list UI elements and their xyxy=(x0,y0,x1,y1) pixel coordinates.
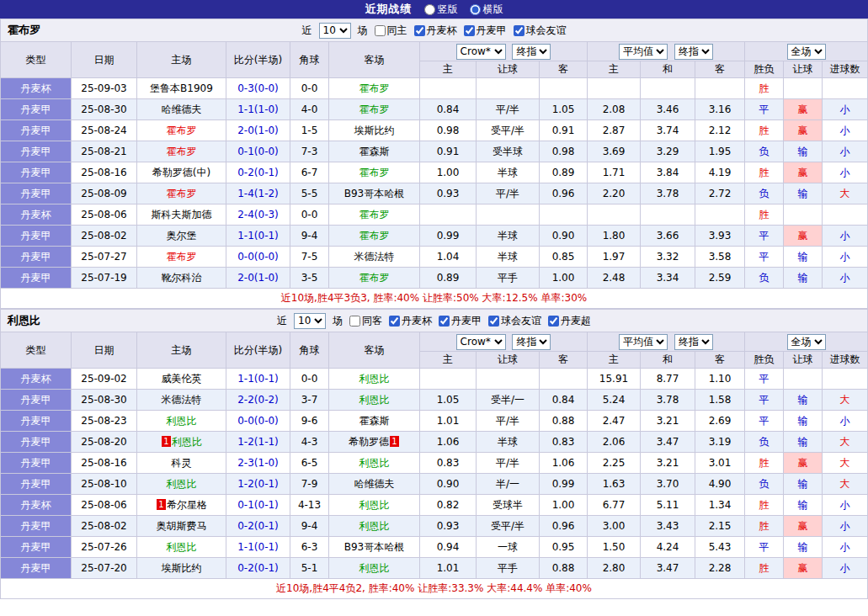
danish-super-checkbox[interactable] xyxy=(548,316,559,327)
danish-cup-checkbox[interactable] xyxy=(389,316,400,327)
team-name-text[interactable]: 霍布罗 xyxy=(359,230,390,242)
team-name-text[interactable]: 埃斯比约 xyxy=(354,125,395,136)
team-name-1: 霍布罗 xyxy=(8,23,40,38)
team-name-text[interactable]: 霍森斯 xyxy=(359,146,390,157)
corners-cell: 4-0 xyxy=(290,99,329,120)
filter-same-away[interactable]: 同客 xyxy=(349,314,382,328)
team-name-text[interactable]: 奥胡斯费马 xyxy=(157,520,207,532)
filter-danish-super[interactable]: 丹麦超 xyxy=(548,314,591,328)
odds-provider-select[interactable]: Crow* xyxy=(456,334,506,350)
radio-horizontal-layout[interactable]: 横版 xyxy=(470,3,503,17)
team-name-text[interactable]: 米德法特 xyxy=(162,394,202,406)
team-name-text[interactable]: B93哥本哈根 xyxy=(344,541,405,553)
team-name-text[interactable]: 希尔星格 xyxy=(167,499,207,511)
team-name-text[interactable]: 霍布罗 xyxy=(359,272,390,284)
sub-handicap-result: 让球 xyxy=(784,61,823,78)
team-name-text[interactable]: 利恩比 xyxy=(359,562,390,574)
team-name-text[interactable]: B93哥本哈根 xyxy=(344,188,405,199)
team-name-text[interactable]: 利恩比 xyxy=(167,541,197,553)
col-score: 比分(半场) xyxy=(226,332,290,369)
filter-club-friendly[interactable]: 球会友谊 xyxy=(488,314,541,328)
avg-stage-select[interactable]: 终指 xyxy=(674,334,713,350)
team-name-text[interactable]: 霍布罗 xyxy=(167,146,197,157)
filter-club-friendly[interactable]: 球会友谊 xyxy=(514,24,567,38)
filter-danish-cup[interactable]: 丹麦杯 xyxy=(389,314,432,328)
handicap-result-cell xyxy=(784,204,823,226)
avg-draw-cell: 3.34 xyxy=(641,268,695,289)
team-name-text[interactable]: 霍森斯 xyxy=(359,415,390,427)
home-odds-cell xyxy=(420,369,477,390)
away-team-cell: 霍布罗 xyxy=(329,204,420,226)
team-name-text[interactable]: 埃斯比约 xyxy=(162,562,202,574)
team-name-text[interactable]: 霍布罗 xyxy=(359,82,390,94)
horizontal-layout-radio[interactable] xyxy=(470,4,481,15)
fulltime-select[interactable]: 全场 xyxy=(787,44,826,60)
score-cell: 0-2(0-1) xyxy=(226,516,290,537)
avg-home-cell: 2.06 xyxy=(588,432,641,453)
recent-count-select[interactable]: 10 xyxy=(294,313,326,329)
team-name-text[interactable]: 米德法特 xyxy=(354,251,395,263)
team-name-text[interactable]: 斯科夫斯加德 xyxy=(152,209,212,220)
vertical-layout-radio[interactable] xyxy=(424,4,435,15)
danish-1st-checkbox[interactable] xyxy=(464,25,475,36)
team-name-text[interactable]: 霍布罗 xyxy=(359,104,390,115)
filter-same-home[interactable]: 同主 xyxy=(375,24,407,38)
team-name-text[interactable]: 霍布罗 xyxy=(167,125,197,136)
team-name-text[interactable]: 霍布罗 xyxy=(167,251,197,263)
same-home-checkbox[interactable] xyxy=(375,25,386,36)
team-name-text[interactable]: 利恩比 xyxy=(359,520,390,532)
team-name-text[interactable]: 希勒罗德 xyxy=(349,436,389,448)
team-section-header-2: 利恩比 近 10 场 同客 丹麦杯 丹麦甲 球会友谊 丹麦超 xyxy=(0,309,868,332)
match-date-cell: 25-09-03 xyxy=(72,78,137,99)
same-away-checkbox[interactable] xyxy=(349,316,360,327)
team-name-text[interactable]: 霍布罗 xyxy=(167,188,197,199)
avg-away-cell: 1.34 xyxy=(695,495,745,516)
odds-stage-select[interactable]: 终指 xyxy=(512,44,551,60)
danish-cup-checkbox[interactable] xyxy=(414,25,425,36)
filter-danish-1st[interactable]: 丹麦甲 xyxy=(439,314,482,328)
team-name-text[interactable]: 利恩比 xyxy=(167,415,197,427)
club-friendly-checkbox[interactable] xyxy=(514,25,525,36)
team-name-text[interactable]: 利恩比 xyxy=(359,499,390,511)
avg-odds-select[interactable]: 平均值 xyxy=(619,44,668,60)
team-name-text[interactable]: 利恩比 xyxy=(359,373,390,385)
team-name-text[interactable]: 利恩比 xyxy=(172,436,202,448)
team-name-text[interactable]: 威美伦英 xyxy=(162,373,202,385)
fulltime-select[interactable]: 全场 xyxy=(787,334,826,350)
avg-home-cell: 2.25 xyxy=(588,453,641,474)
radio-vertical-layout[interactable]: 竖版 xyxy=(424,3,458,17)
team-name-text[interactable]: 靴尔科治 xyxy=(162,272,202,284)
match-row: 丹麦甲25-07-26利恩比1-1(0-1)6-3B93哥本哈根0.94一球0.… xyxy=(1,537,868,558)
danish-1st-checkbox[interactable] xyxy=(439,316,450,327)
goals-result-cell: 小 xyxy=(823,495,868,516)
odds-stage-select[interactable]: 终指 xyxy=(512,334,551,350)
club-friendly-checkbox[interactable] xyxy=(488,316,499,327)
score-cell: 0-1(0-0) xyxy=(226,141,290,162)
score-cell: 1-1(0-1) xyxy=(226,537,290,558)
handicap-result-cell: 赢 xyxy=(784,453,823,474)
filter-danish-cup[interactable]: 丹麦杯 xyxy=(414,24,457,38)
team-name-text[interactable]: 哈维德夫 xyxy=(354,478,395,490)
avg-odds-select[interactable]: 平均值 xyxy=(619,334,668,350)
team-name-text[interactable]: 利恩比 xyxy=(359,394,390,406)
match-date-cell: 25-08-30 xyxy=(72,99,137,120)
recent-count-select[interactable]: 10 xyxy=(319,23,351,39)
avg-draw-cell: 3.78 xyxy=(641,390,695,411)
filter-danish-1st[interactable]: 丹麦甲 xyxy=(464,24,507,38)
match-date-cell: 25-07-26 xyxy=(72,537,137,558)
avg-draw-cell: 3.21 xyxy=(641,411,695,432)
home-team-cell: 希勒罗德(中) xyxy=(137,162,226,183)
avg-stage-select[interactable]: 终指 xyxy=(674,44,713,60)
corners-cell: 9-6 xyxy=(290,411,329,432)
team-name-text[interactable]: 哈维德夫 xyxy=(162,104,202,115)
team-name-text[interactable]: 奥尔堡 xyxy=(167,230,197,242)
odds-provider-select[interactable]: Crow* xyxy=(456,44,506,60)
team-name-text[interactable]: 霍布罗 xyxy=(359,209,390,220)
team-name-text[interactable]: 霍布罗 xyxy=(359,167,390,178)
away-team-cell: 霍布罗 xyxy=(329,99,420,120)
team-name-text[interactable]: 堡鲁本B1909 xyxy=(150,82,213,94)
team-name-text[interactable]: 利恩比 xyxy=(167,478,197,490)
team-name-text[interactable]: 利恩比 xyxy=(359,457,390,469)
team-name-text[interactable]: 科灵 xyxy=(172,457,192,469)
team-name-text[interactable]: 希勒罗德(中) xyxy=(152,167,210,178)
